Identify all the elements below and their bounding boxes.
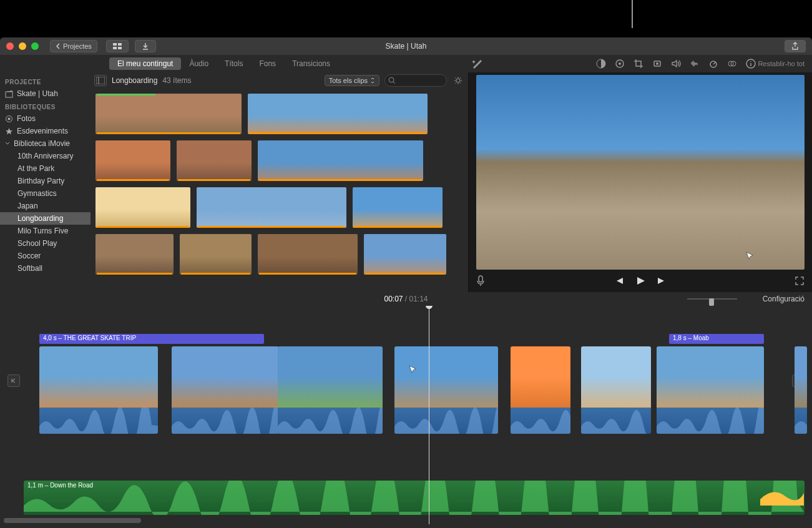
browser-clip[interactable] — [364, 234, 446, 275]
photos-icon — [5, 115, 13, 123]
traffic-lights — [6, 42, 39, 50]
sidebar-imovie-library[interactable]: Biblioteca iMovie — [0, 137, 90, 150]
sidebar-event-item[interactable]: School Play — [0, 237, 90, 250]
sidebar-event-item[interactable]: Gymnastics — [0, 187, 90, 200]
title-clip[interactable]: 4,0 s – THE GREAT SKATE TRIP — [39, 334, 264, 344]
browser-clip[interactable] — [95, 94, 242, 134]
timeline-video-clip[interactable] — [795, 346, 807, 434]
timeline-config-button[interactable]: Configuració — [763, 295, 805, 303]
svg-point-8 — [656, 62, 658, 65]
noise-icon[interactable] — [690, 59, 700, 69]
chevron-down-icon — [5, 140, 10, 148]
sidebar-header-libraries: BIBLIOTEQUES — [0, 100, 90, 112]
browser-clip[interactable] — [197, 187, 346, 228]
video-track: 4,0 s – THE GREAT SKATE TRIP1,8 s – Moab — [24, 334, 805, 434]
sidebar-header-project: PROJECTE — [0, 75, 90, 87]
viewer-panel — [469, 72, 812, 292]
sidebar: PROJECTE Skate | Utah BIBLIOTEQUES Fotos… — [0, 72, 90, 292]
minimize-button[interactable] — [19, 42, 26, 50]
svg-point-18 — [389, 77, 394, 82]
tab-my-content[interactable]: El meu contingut — [109, 57, 181, 70]
enhance-button[interactable] — [471, 58, 482, 69]
fullscreen-button[interactable] — [795, 276, 805, 286]
timeline-video-clip[interactable] — [172, 346, 279, 434]
play-button[interactable] — [635, 276, 645, 286]
sidebar-event-item[interactable]: Birthday Party — [0, 175, 90, 187]
back-projects-button[interactable]: Projectes — [50, 40, 97, 52]
svg-rect-2 — [113, 47, 117, 49]
timeline-video-clip[interactable] — [511, 346, 570, 434]
volume-icon[interactable] — [671, 59, 681, 69]
timeline[interactable]: 4,0 s – THE GREAT SKATE TRIP1,8 s – Moab… — [0, 306, 812, 524]
clip-filter-icon[interactable] — [727, 59, 737, 69]
sidebar-event-item[interactable]: 10th Anniversary — [0, 150, 90, 162]
search-icon — [388, 77, 396, 84]
browser-clip[interactable] — [353, 187, 443, 228]
reset-all-button[interactable]: Restablir-ho tot — [758, 60, 805, 67]
tab-audio[interactable]: Àudio — [181, 57, 217, 70]
color-wheel-icon[interactable] — [615, 59, 625, 69]
track-handle-left[interactable] — [7, 374, 20, 387]
info-icon[interactable] — [746, 59, 756, 69]
sidebar-event-item[interactable]: Japan — [0, 200, 90, 212]
close-button[interactable] — [6, 42, 14, 50]
browser-clip[interactable] — [248, 94, 428, 134]
tab-transitions[interactable]: Transicions — [284, 57, 338, 70]
color-balance-icon[interactable] — [596, 59, 606, 69]
clip-grid — [90, 89, 468, 292]
stabilize-icon[interactable] — [652, 59, 662, 69]
sidebar-project-item[interactable]: Skate | Utah — [0, 87, 90, 100]
browser-clip[interactable] — [177, 140, 252, 181]
sidebar-events[interactable]: Esdeveniments — [0, 125, 90, 137]
zoom-thumb[interactable] — [709, 298, 714, 306]
browser-search-input[interactable] — [384, 74, 447, 87]
next-button[interactable] — [657, 276, 667, 285]
sidebar-event-item[interactable]: Soccer — [0, 250, 90, 262]
import-button[interactable] — [135, 40, 156, 52]
sidebar-toggle-button[interactable] — [94, 75, 107, 86]
timeline-video-clip[interactable] — [657, 346, 764, 434]
clapperboard-icon — [5, 90, 13, 98]
browser-event-name: Longboarding — [112, 76, 157, 85]
browser-item-count: 43 ítems — [162, 76, 191, 85]
app-window: Projectes Skate | Utah El meu contingut … — [0, 37, 812, 528]
updown-icon — [370, 77, 375, 84]
maximize-button[interactable] — [31, 42, 39, 50]
browser-filter-dropdown[interactable]: Tots els clips — [325, 75, 379, 86]
sidebar-photos[interactable]: Fotos — [0, 112, 90, 125]
record-voiceover-button[interactable] — [476, 275, 485, 286]
callout-line — [632, 0, 633, 28]
prev-button[interactable] — [614, 276, 624, 285]
tab-titles[interactable]: Títols — [217, 57, 251, 70]
speed-icon[interactable] — [708, 59, 718, 69]
browser-clip[interactable] — [95, 187, 190, 228]
browser-clip[interactable] — [258, 140, 423, 181]
total-duration: 01:14 — [409, 295, 428, 303]
timeline-video-clip[interactable] — [39, 346, 158, 434]
browser-clip[interactable] — [95, 140, 170, 181]
theater-button[interactable] — [106, 40, 129, 52]
browser-settings-button[interactable] — [452, 74, 464, 87]
audio-track[interactable]: 1,1 m – Down the Road — [24, 481, 805, 515]
sidebar-event-item[interactable]: Milo Turns Five — [0, 225, 90, 237]
viewer-canvas[interactable] — [476, 75, 805, 270]
tab-backgrounds[interactable]: Fons — [251, 57, 284, 70]
playhead[interactable] — [429, 306, 429, 524]
timeline-video-clip[interactable] — [278, 346, 383, 434]
browser-clip[interactable] — [258, 234, 358, 275]
sidebar-event-item[interactable]: Longboarding — [0, 212, 90, 225]
sidebar-event-item[interactable]: At the Park — [0, 162, 90, 175]
timeline-video-clip[interactable] — [581, 346, 651, 434]
zoom-slider[interactable] — [687, 295, 737, 303]
browser-clip[interactable] — [180, 234, 252, 275]
timeline-cursor-icon — [409, 365, 418, 374]
share-button[interactable] — [785, 40, 806, 52]
sidebar-event-item[interactable]: Softball — [0, 262, 90, 275]
title-clip[interactable]: 1,8 s – Moab — [669, 334, 764, 344]
crop-icon[interactable] — [633, 59, 643, 69]
main-row: PROJECTE Skate | Utah BIBLIOTEQUES Fotos… — [0, 72, 812, 292]
timeline-scrollbar[interactable] — [4, 518, 141, 523]
timeline-video-clip[interactable] — [394, 346, 498, 434]
browser-clip[interactable] — [95, 234, 174, 275]
zoom-track — [687, 298, 737, 300]
